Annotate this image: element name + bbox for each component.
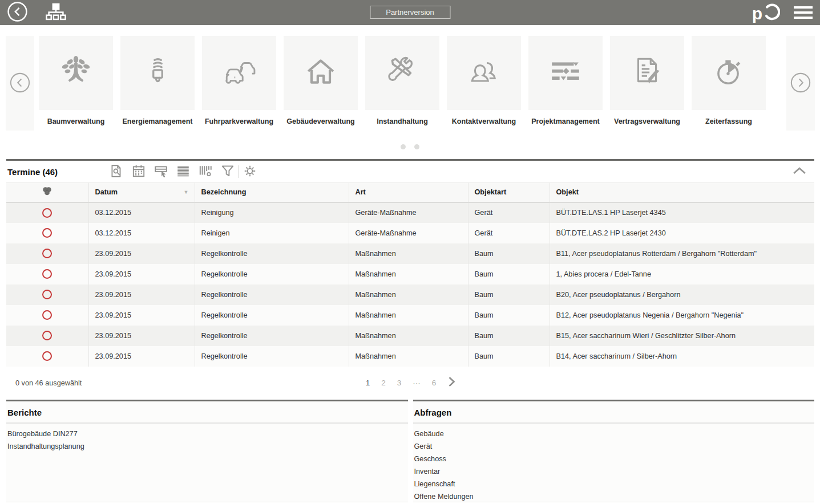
cell-bezeichnung: Regelkontrolle (195, 326, 349, 346)
back-button[interactable] (7, 1, 28, 24)
toolbar-button[interactable] (197, 164, 214, 180)
cell-datum: 03.12.2015 (88, 223, 195, 243)
chevron-right-icon (447, 379, 455, 389)
page-number[interactable]: 1 (366, 379, 370, 387)
abfrage-item[interactable]: Gerät (414, 442, 815, 455)
toolbar-button[interactable] (152, 164, 169, 180)
column-header-objekt[interactable]: Objekt (550, 183, 814, 202)
column-header-bezeichnung[interactable]: Bezeichnung (195, 183, 349, 202)
table-row[interactable]: 23.09.2015 Regelkontrolle Maßnahmen Baum… (6, 243, 814, 264)
next-page-button[interactable] (447, 376, 455, 390)
pager-dot[interactable] (414, 144, 419, 149)
berichte-list: Bürogebäude DIN277Instandhaltungsplanung (6, 424, 408, 455)
cell-datum: 23.09.2015 (88, 305, 195, 326)
table-row[interactable]: 03.12.2015 Reinigen Geräte-Maßnahme Gerä… (6, 223, 814, 243)
selection-count: 0 von 46 ausgewählt (6, 379, 82, 387)
module-label: Gebäudeverwaltung (284, 117, 358, 125)
abfrage-item[interactable]: Offene Meldungen (414, 493, 815, 504)
status-circle-icon[interactable] (42, 249, 52, 258)
status-circle-icon[interactable] (42, 351, 52, 361)
settings-button[interactable] (241, 164, 258, 180)
abfrage-item[interactable]: Gebäude (414, 430, 815, 442)
abfragen-title: Abfragen (413, 401, 815, 424)
status-column-header[interactable] (6, 183, 88, 202)
abfrage-item[interactable]: Liegenschaft (414, 480, 815, 493)
page-number[interactable]: 3 (397, 379, 402, 387)
table-footer: 0 von 46 ausgewählt 123···6 (6, 367, 814, 400)
pager-dot[interactable] (401, 144, 406, 149)
carousel-pager-dots (0, 144, 820, 149)
toolbar-button[interactable] (108, 164, 125, 180)
abfrage-item[interactable]: Inventar (414, 468, 815, 480)
table-row[interactable]: 23.09.2015 Regelkontrolle Maßnahmen Baum… (6, 264, 814, 284)
abfragen-list: GebäudeGerätGeschossInventarLiegenschaft… (413, 424, 815, 504)
column-header-datum[interactable]: Datum ▼ (88, 183, 195, 202)
column-header-art[interactable]: Art (349, 183, 468, 202)
bericht-item[interactable]: Bürogebäude DIN277 (7, 430, 408, 442)
bottom-panels: Berichte Bürogebäude DIN277Instandhaltun… (6, 400, 814, 502)
table-row[interactable]: 23.09.2015 Regelkontrolle Maßnahmen Baum… (6, 305, 814, 326)
cell-datum: 23.09.2015 (88, 346, 195, 367)
toolbar-button[interactable] (219, 164, 236, 180)
cell-objektart: Baum (468, 346, 550, 367)
cell-bezeichnung: Regelkontrolle (195, 264, 349, 284)
column-header-objektart[interactable]: Objektart (468, 183, 550, 202)
table-row[interactable]: 03.12.2015 Reinigung Geräte-Maßnahme Ger… (6, 202, 814, 223)
carousel-prev-button[interactable] (6, 36, 34, 131)
page-number[interactable]: ··· (413, 379, 421, 387)
module-tile[interactable]: Zeiterfassung (692, 36, 766, 125)
sliders-icon (549, 55, 582, 91)
cell-objekt: B15, Acer saccharinum Wieri / Geschlitzt… (550, 326, 814, 346)
chevron-right-circle-icon (790, 72, 811, 95)
chevron-up-icon (793, 168, 806, 176)
table-row[interactable]: 23.09.2015 Regelkontrolle Maßnahmen Baum… (6, 284, 814, 305)
module-label: Vertragsverwaltung (610, 117, 684, 125)
module-tile[interactable]: Vertragsverwaltung (610, 36, 684, 125)
status-cluster-icon (42, 190, 52, 198)
sitemap-button[interactable] (45, 3, 67, 22)
cell-bezeichnung: Reinigen (195, 223, 349, 243)
module-tile[interactable]: Gebäudeverwaltung (284, 36, 358, 125)
module-label: Energiemanagement (120, 117, 195, 125)
sort-desc-icon[interactable]: ▼ (184, 189, 189, 195)
module-tile[interactable]: Baumverwaltung (39, 36, 113, 125)
table-row[interactable]: 23.09.2015 Regelkontrolle Maßnahmen Baum… (6, 346, 814, 367)
module-tile[interactable]: Kontaktverwaltung (447, 36, 521, 125)
collapse-panel-button[interactable] (793, 167, 806, 176)
berichte-title: Berichte (6, 401, 408, 424)
carousel-next-button[interactable] (786, 36, 815, 131)
preview-icon (109, 164, 124, 180)
bericht-item[interactable]: Instandhaltungsplanung (7, 442, 408, 455)
termine-table: Datum ▼ Bezeichnung Art Objektart Objekt… (6, 182, 814, 367)
toolbar-button[interactable] (130, 164, 147, 180)
module-label: Kontaktverwaltung (447, 117, 521, 125)
page-number[interactable]: 2 (381, 379, 386, 387)
logo-ring-icon (761, 2, 780, 23)
cell-objekt: B12, Acer pseudoplatanus Negenia / Berga… (550, 305, 814, 326)
status-circle-icon[interactable] (42, 208, 52, 218)
status-circle-icon[interactable] (42, 290, 52, 299)
cars-icon (223, 55, 256, 91)
cell-objektart: Baum (468, 284, 550, 305)
page-number[interactable]: 6 (432, 379, 437, 387)
logo-letter: p (752, 5, 762, 22)
status-circle-icon[interactable] (42, 331, 52, 340)
toolbar-button[interactable] (175, 164, 192, 180)
cell-art: Maßnahmen (349, 346, 468, 367)
module-tile[interactable]: Instandhaltung (365, 36, 439, 125)
module-tile[interactable]: Projektmanagement (528, 36, 603, 125)
status-circle-icon[interactable] (42, 310, 52, 320)
cell-objektart: Baum (468, 264, 550, 284)
module-label: Zeiterfassung (692, 117, 766, 125)
module-tile[interactable]: Energiemanagement (120, 36, 195, 125)
abfrage-item[interactable]: Geschoss (414, 455, 815, 468)
menu-button[interactable] (794, 6, 813, 19)
cell-art: Maßnahmen (349, 243, 468, 264)
list-icon (176, 164, 191, 180)
partnerversion-button[interactable]: Partnerversion (370, 6, 450, 19)
table-row[interactable]: 23.09.2015 Regelkontrolle Maßnahmen Baum… (6, 326, 814, 346)
cell-objekt: 1, Abies procera / Edel-Tanne (550, 264, 814, 284)
module-tile[interactable]: Fuhrparkverwaltung (202, 36, 276, 125)
status-circle-icon[interactable] (42, 269, 52, 279)
status-circle-icon[interactable] (42, 228, 52, 238)
